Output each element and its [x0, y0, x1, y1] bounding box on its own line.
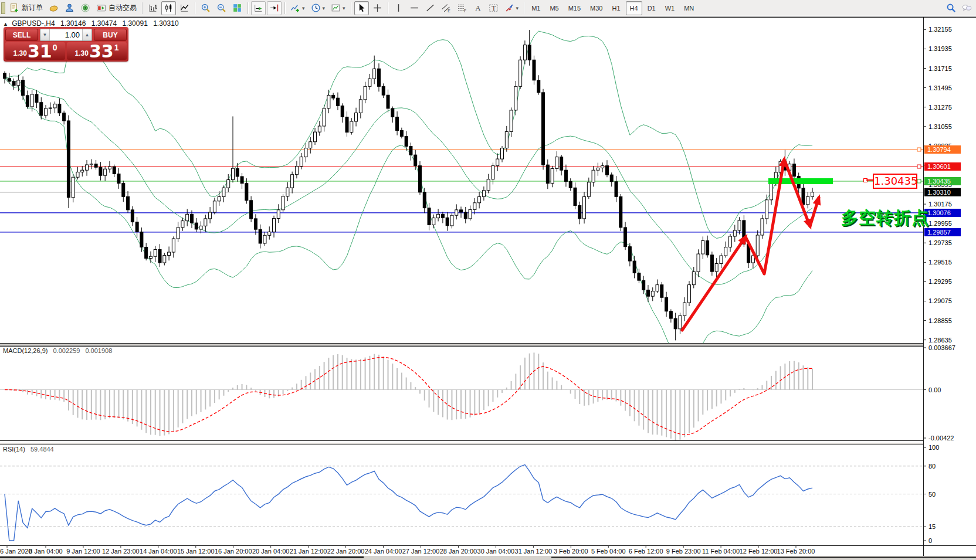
time-axis-label: 15 Jan 12:00: [177, 548, 215, 555]
trendline-button[interactable]: [423, 1, 438, 15]
chevron-down-icon: ▾: [323, 5, 326, 11]
signal-button[interactable]: [78, 1, 93, 15]
label-button[interactable]: T: [486, 1, 501, 15]
one-click-trading-panel: SELL ▼ ▲ BUY 1.30 31 0 1.30 33 1: [4, 27, 128, 62]
templates-button[interactable]: ▾: [328, 1, 348, 15]
chevron-down-icon: ▾: [516, 5, 519, 11]
volume-down-button[interactable]: ▼: [40, 29, 50, 40]
zoom-in-icon: [201, 3, 211, 13]
zoom-in-button[interactable]: [198, 1, 213, 15]
toolbar-separator: [524, 2, 524, 14]
time-axis-label: 12 Jan 23:00: [102, 548, 140, 555]
highlight-bar[interactable]: [768, 178, 833, 184]
candlestick-button[interactable]: [161, 1, 176, 15]
sell-price-big: 31: [28, 44, 52, 59]
price-axis-tick: 1.31275: [928, 104, 952, 111]
tf-mn-button[interactable]: MN: [680, 1, 698, 15]
line-chart-button[interactable]: [177, 1, 192, 15]
price-axis-tick: 1.28635: [928, 337, 952, 344]
autotrading-icon: [96, 3, 106, 13]
horizontal-line-icon: [409, 3, 419, 13]
cursor-button[interactable]: [354, 1, 369, 15]
highlight-layer[interactable]: [768, 178, 833, 184]
ohlc-high: 1.30474: [92, 19, 117, 28]
rsi-title: RSI(14): [3, 446, 25, 453]
scrollbar-track-left[interactable]: [0, 556, 364, 558]
auto-scroll-button[interactable]: [251, 1, 266, 15]
tile-windows-button[interactable]: [230, 1, 245, 15]
zoom-out-button[interactable]: [214, 1, 229, 15]
profile-button[interactable]: [62, 1, 77, 15]
scrollbar-track-right[interactable]: [551, 557, 976, 558]
bar-chart-button[interactable]: [145, 1, 160, 15]
price-axis-tick: 1.29955: [928, 220, 952, 227]
tf-h1-button[interactable]: H1: [608, 1, 625, 15]
periods-button[interactable]: ▾: [309, 1, 328, 15]
chat-icon: [962, 3, 972, 13]
tf-w1-button[interactable]: W1: [661, 1, 679, 15]
rsi-axis-tick: 0: [928, 537, 932, 544]
time-axis-label: 9 Jan 12:00: [66, 548, 100, 555]
arrows-icon: [504, 3, 514, 13]
callout-connector: [866, 179, 873, 181]
candlestick-icon: [164, 3, 174, 13]
tf-m1-button[interactable]: M1: [527, 1, 544, 15]
new-order-button[interactable]: 新订单: [7, 1, 45, 15]
rsi-axis-tick: 80: [928, 463, 936, 470]
chat-button[interactable]: [960, 1, 974, 15]
up-triangle-icon: ▲: [3, 21, 8, 27]
price-axis-tick: 1.31495: [928, 84, 952, 91]
buy-button[interactable]: BUY: [94, 29, 127, 41]
chart-shift-button[interactable]: [267, 1, 282, 15]
volume-stepper: ▼ ▲: [40, 29, 92, 41]
tf-m30-button[interactable]: M30: [586, 1, 606, 15]
toolbar-separator: [351, 2, 351, 14]
ohlc-open: 1.30146: [60, 19, 86, 28]
gold-icon: [49, 3, 59, 13]
label-icon: T: [489, 3, 499, 13]
tf-m5-button[interactable]: M5: [545, 1, 562, 15]
time-axis-label: 14 Jan 04:00: [140, 548, 177, 555]
time-axis-label: 13 Feb 20:00: [777, 548, 815, 555]
macd-main-value: 0.002259: [53, 347, 80, 354]
arrows-button[interactable]: ▾: [502, 1, 521, 15]
bottom-scrollbar[interactable]: [0, 556, 976, 560]
buy-price-pipette: 1: [114, 43, 119, 52]
indicators-button[interactable]: ▾: [288, 1, 307, 15]
toolbar-separator: [284, 2, 285, 14]
chart-window[interactable]: 1.321551.319351.317151.314951.312751.310…: [0, 17, 976, 560]
time-axis-label: 20 Jan 04:00: [252, 548, 290, 555]
search-button[interactable]: [944, 1, 958, 15]
sell-button[interactable]: SELL: [5, 29, 38, 41]
chart-ohlc-header: ▲ GBPUSD-,H4 1.30146 1.30474 1.30091 1.3…: [3, 19, 182, 28]
auto-scroll-icon: [253, 3, 263, 13]
channel-button[interactable]: E: [439, 1, 453, 15]
mt4-window: { "toolbar": { "items": [ {"name":"new-o…: [0, 0, 976, 560]
signal-icon: [80, 3, 90, 13]
autotrading-button[interactable]: 自动交易: [94, 1, 139, 15]
tf-d1-button[interactable]: D1: [643, 1, 660, 15]
horizontal-line-button[interactable]: [407, 1, 422, 15]
time-axis-label: 30 Jan 04:00: [477, 548, 515, 555]
volume-up-button[interactable]: ▲: [82, 29, 92, 40]
chart-canvas[interactable]: 1.321551.319351.317151.314951.312751.310…: [0, 17, 976, 560]
svg-text:1.30601: 1.30601: [927, 163, 951, 170]
tf-m15-button[interactable]: M15: [564, 1, 585, 15]
fibonacci-button[interactable]: F: [455, 1, 469, 15]
gold-button[interactable]: [46, 1, 61, 15]
text-icon: A: [473, 3, 483, 13]
chart-background: [0, 17, 976, 560]
price-axis-tick: 1.30175: [928, 201, 952, 208]
sell-price[interactable]: 1.30 31 0: [5, 42, 65, 60]
toolbar-separator: [388, 2, 388, 14]
volume-input[interactable]: [50, 29, 82, 40]
turning-point-note[interactable]: 多空转折点: [841, 206, 923, 230]
tf-h4-button[interactable]: H4: [626, 1, 642, 15]
time-axis-label: 9 Feb 23:00: [666, 548, 701, 555]
buy-price[interactable]: 1.30 33 1: [67, 42, 127, 60]
price-callout-box[interactable]: 1.30435: [873, 174, 917, 189]
crosshair-button[interactable]: [370, 1, 385, 15]
text-button[interactable]: A: [470, 1, 485, 15]
vertical-line-button[interactable]: [391, 1, 406, 15]
rsi-axis-tick: 15: [928, 523, 936, 530]
